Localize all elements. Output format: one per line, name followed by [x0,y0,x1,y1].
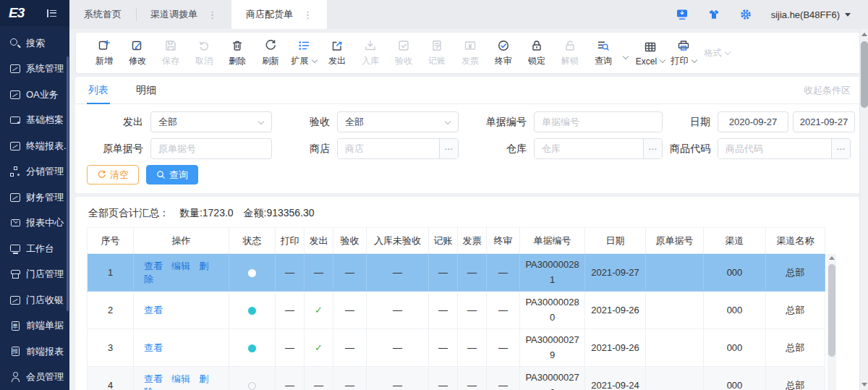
cell-actions: 查看 [134,329,229,367]
sidebar-item-system[interactable]: 系统管理 [0,56,69,82]
cell-accept-flag: — [333,254,367,292]
sidebar-item-report-center[interactable]: 报表中心 [0,211,69,237]
product-code-more-button[interactable]: ⋯ [831,139,850,158]
col-doc-no: 单据编号 [520,228,585,254]
expand-button[interactable]: 扩展 [287,34,320,72]
sidebar-item-terminal-report[interactable]: 终端报表... [0,133,69,159]
warehouse-more-button[interactable]: ⋯ [643,139,662,158]
shop-more-button[interactable]: ⋯ [439,139,458,158]
issue-button[interactable]: 发出 [320,34,354,72]
delete-button[interactable]: 删除 [221,34,254,72]
print-button[interactable]: 打印 [667,34,700,72]
query-button[interactable]: 查询 [587,34,620,72]
search-button[interactable]: 查询 [146,165,198,185]
view-link[interactable]: 查看 [144,305,163,315]
button-label: 扩展 [292,55,309,67]
sidebar-item-oa[interactable]: OA业务 [0,82,69,108]
edit-link[interactable]: 编辑 [171,260,190,271]
table-row[interactable]: 4 查看编辑删除 — — — — — — — PA300000276 [88,367,825,390]
tab-list[interactable]: 列表 [87,77,110,103]
table-row[interactable]: 1 查看编辑删除 — — — — — — — PA300000281 [88,254,825,292]
cell-channel-name: 总部 [766,329,825,367]
tab-detail[interactable]: 明细 [135,77,158,103]
cell-date: 2021-09-24 [585,367,646,390]
report-icon [9,217,21,229]
main-vertical-scrollbar[interactable] [859,29,868,390]
warehouse-input[interactable] [535,139,643,158]
orig-no-input[interactable] [150,138,272,159]
col-status: 状态 [229,228,276,254]
gear-icon[interactable] [739,8,752,21]
sidebar-item-label: OA业务 [26,88,59,101]
doc-no-input[interactable] [534,111,663,132]
final-approve-button[interactable]: 终审 [487,34,520,72]
cell-status [229,292,276,329]
sidebar-item-search[interactable]: 搜索 [0,30,69,56]
collapse-filters-link[interactable]: 收起条件区 [804,84,851,97]
user-menu[interactable]: sijia.he(B48FF6) [771,9,851,20]
edit-button[interactable]: 修改 [121,34,154,72]
topbar-right: sijia.he(B48FF6) [676,0,868,29]
table-scrollbar[interactable] [827,254,836,390]
scroll-down-arrow-icon[interactable] [861,383,867,386]
accept-select[interactable]: 全部 [337,111,459,132]
sidebar-item-store-mgmt[interactable]: 门店管理 [0,262,69,288]
issue-select[interactable]: 全部 [150,111,272,132]
product-code-input[interactable] [718,139,831,158]
refresh-button[interactable]: 刷新 [254,34,287,72]
view-link[interactable]: 查看 [144,373,163,384]
cell-invoice-flag: — [458,329,487,367]
excel-button[interactable]: Excel [634,35,667,71]
reset-icon [97,170,106,179]
view-link[interactable]: 查看 [144,342,163,353]
table-row[interactable]: 2 查看 — ✓ — — — — — PA300000280 [88,292,825,329]
board-icon [9,89,21,101]
documents-table: 序号 操作 状态 打印 发出 验收 入库未验收 记账 发票 终审 单据编号 [87,227,825,390]
sidebar-collapse-icon[interactable] [46,7,57,19]
status-dot [248,269,256,277]
sidebar-item-front-docs[interactable]: 前端单据 [0,313,69,339]
add-button[interactable]: 新增 [88,34,121,72]
chevron-down-icon [724,48,730,54]
cell-print-flag: — [276,329,305,367]
sidebar-item-finance[interactable]: 财务管理 [0,185,69,211]
date-from-input[interactable] [718,111,788,132]
scroll-up-arrow-icon[interactable] [829,256,835,260]
date-to-input[interactable] [793,111,855,132]
clear-button[interactable]: 清空 [87,165,139,185]
button-label: 锁定 [528,55,545,67]
window-tab-channel-transfer[interactable]: 渠道调拨单 [136,0,231,29]
cell-doc-no: PA300000279 [520,329,585,367]
edit-link[interactable]: 编辑 [171,373,190,384]
cell-date: 2021-09-26 [585,292,646,329]
chevron-down-icon [623,54,629,59]
sidebar-scrollbar[interactable] [67,56,69,311]
monitor-download-icon[interactable] [676,8,689,21]
sidebar-item-archives[interactable]: 基础档案 [0,108,69,134]
col-actions: 操作 [134,228,229,254]
sidebar-item-distribution[interactable]: 分销管理 [0,159,69,185]
cell-channel: 000 [704,254,766,292]
scrollbar-thumb[interactable] [828,264,835,357]
sidebar-item-workbench[interactable]: 工作台 [0,236,69,262]
sidebar-item-front-reports[interactable]: 前端报表 [0,339,69,365]
tab-menu-icon[interactable] [303,10,312,20]
cell-final-flag: — [487,329,520,367]
scroll-up-arrow-icon[interactable] [861,33,867,36]
window-tab-home[interactable]: 系统首页 [69,0,136,29]
tab-menu-icon[interactable] [208,10,217,20]
table-row[interactable]: 3 查看 — ✓ — — — — — PA300000279 [88,329,825,367]
cancel-button: 取消 [187,34,221,72]
sidebar: E3 搜索 系统管理 OA业务 基础档案 终端报表... 分销管理 财务管理 报… [0,0,69,390]
edit-icon [131,38,144,52]
shirt-icon[interactable] [707,8,720,21]
lock-button[interactable]: 锁定 [520,34,553,72]
member-icon [9,371,21,383]
sidebar-item-store-cashier[interactable]: 门店收银 [0,287,69,313]
query-dropdown-caret[interactable] [620,52,634,73]
scrollbar-thumb[interactable] [861,41,868,108]
sidebar-item-members[interactable]: 会员管理 [0,365,69,390]
window-tab-store-allocation[interactable]: 商店配货单 [231,0,327,29]
shop-input[interactable] [338,139,439,158]
view-link[interactable]: 查看 [144,260,163,271]
